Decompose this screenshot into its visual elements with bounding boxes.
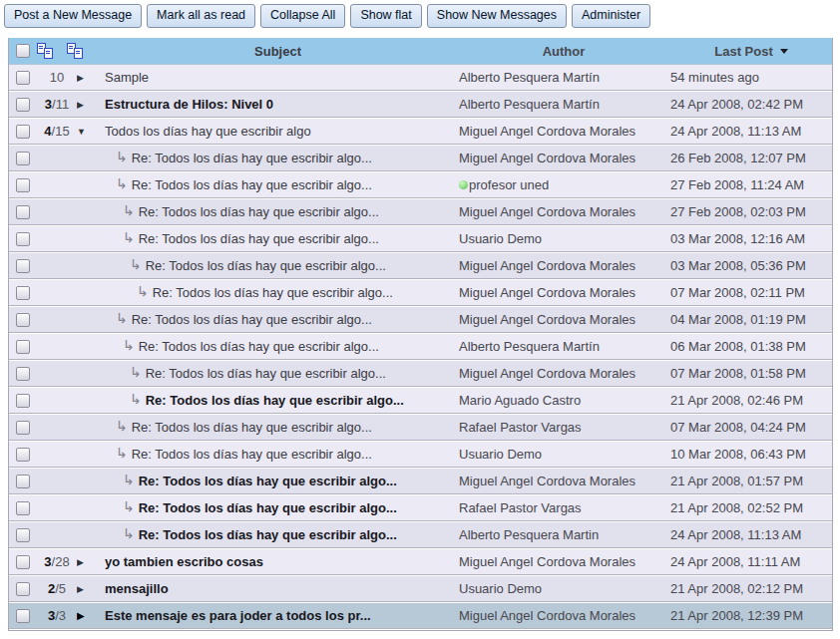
last-post-time: 07 Mar 2008, 02:11 PM xyxy=(668,285,832,300)
subject-link[interactable]: Estructura de Hilos: Nivel 0 xyxy=(105,97,273,112)
reply-arrow-icon: ↳ xyxy=(123,475,135,484)
show-flat-button[interactable]: Show flat xyxy=(350,4,421,28)
row-checkbox[interactable] xyxy=(16,71,30,85)
message-count: 3/11 xyxy=(37,97,77,112)
message-row: 10 ▶ Sample Alberto Pesquera Martín 54 m… xyxy=(9,65,832,91)
reply-arrow-icon: ↳ xyxy=(123,528,135,538)
subject-link[interactable]: Todos los días hay que escribir algo xyxy=(105,124,311,139)
row-checkbox[interactable] xyxy=(16,448,30,462)
last-post-time: 21 Apr 2008, 02:12 PM xyxy=(668,581,832,596)
row-checkbox[interactable] xyxy=(16,125,30,139)
thread-toggle-icon[interactable]: ▶ xyxy=(77,73,97,83)
subject-link[interactable]: Re: Todos los días hay que escribir algo… xyxy=(132,177,372,192)
administer-button[interactable]: Administer xyxy=(572,4,650,28)
last-post-time: 21 Apr 2008, 02:46 PM xyxy=(668,393,832,408)
row-checkbox[interactable] xyxy=(16,178,30,192)
thread-toggle-icon[interactable]: ▶ xyxy=(77,100,97,110)
subject-link[interactable]: Re: Todos los días hay que escribir algo… xyxy=(139,231,379,246)
reply-arrow-icon: ↳ xyxy=(123,232,135,242)
reply-arrow-icon: ↳ xyxy=(130,367,142,377)
row-checkbox[interactable] xyxy=(16,528,30,542)
reply-arrow-icon: ↳ xyxy=(116,178,128,188)
online-indicator-icon xyxy=(459,180,468,189)
messages-pages-icon-2[interactable] xyxy=(67,43,82,59)
last-post-time: 10 Mar 2008, 06:43 PM xyxy=(668,447,832,462)
author: Miguel Angel Cordova Morales xyxy=(459,124,635,139)
last-post-time: 54 minutes ago xyxy=(668,70,832,85)
show-new-messages-button[interactable]: Show New Messages xyxy=(427,4,567,28)
thread-toggle-icon[interactable]: ▶ xyxy=(77,584,97,594)
thread-toggle-icon[interactable]: ▶ xyxy=(77,557,97,567)
subject-link[interactable]: Re: Todos los días hay que escribir algo… xyxy=(132,151,372,165)
subject-link[interactable]: Re: Todos los días hay que escribir algo… xyxy=(139,204,379,219)
reply-arrow-icon: ↳ xyxy=(130,259,142,269)
subject-link[interactable]: Sample xyxy=(105,70,149,85)
subject-link[interactable]: Re: Todos los días hay que escribir algo… xyxy=(146,393,404,408)
author: Usuario Demo xyxy=(459,231,542,246)
last-post-time: 21 Apr 2008, 01:57 PM xyxy=(668,474,832,488)
row-checkbox[interactable] xyxy=(16,394,30,408)
last-post-time: 27 Feb 2008, 11:24 AM xyxy=(668,177,832,192)
message-row: ↳ Re: Todos los días hay que escribir al… xyxy=(9,146,832,171)
subject-link[interactable]: Re: Todos los días hay que escribir algo… xyxy=(146,366,386,381)
last-post-time: 27 Feb 2008, 02:03 PM xyxy=(668,204,832,219)
last-post-time: 24 Apr 2008, 11:13 AM xyxy=(668,527,832,542)
row-checkbox[interactable] xyxy=(16,152,30,165)
column-header-author[interactable]: Author xyxy=(459,44,668,59)
reply-arrow-icon: ↳ xyxy=(116,421,128,431)
author: Usuario Demo xyxy=(459,447,542,462)
subject-link[interactable]: mensajillo xyxy=(105,581,169,596)
message-count: 3/3 xyxy=(37,608,77,623)
mark-all-as-read-button[interactable]: Mark all as read xyxy=(147,4,255,28)
row-checkbox[interactable] xyxy=(16,582,30,596)
reply-arrow-icon: ↳ xyxy=(116,313,128,323)
subject-link[interactable]: Re: Todos los días hay que escribir algo… xyxy=(139,474,397,488)
row-checkbox[interactable] xyxy=(16,205,30,219)
author: Rafael Pastor Vargas xyxy=(459,420,582,435)
column-header-last-post[interactable]: Last Post xyxy=(668,44,832,59)
message-row: 4/15 ▼ Todos los días hay que escribir a… xyxy=(9,119,832,145)
post-a-new-message-button[interactable]: Post a New Message xyxy=(4,4,142,28)
thread-toggle-icon[interactable]: ▶ xyxy=(77,610,97,621)
subject-link[interactable]: Este mensaje es para joder a todos los p… xyxy=(105,608,371,623)
subject-link[interactable]: Re: Todos los días hay que escribir algo… xyxy=(153,285,393,300)
row-checkbox[interactable] xyxy=(16,555,30,569)
row-checkbox[interactable] xyxy=(16,609,30,623)
subject-link[interactable]: Re: Todos los días hay que escribir algo… xyxy=(139,339,379,354)
author: Miguel Angel Cordova Morales xyxy=(459,474,635,488)
column-header-subject[interactable]: Subject xyxy=(97,44,459,59)
select-all-checkbox[interactable] xyxy=(16,44,30,58)
thread-toggle-icon[interactable]: ▼ xyxy=(77,127,97,137)
message-row: ↳ Re: Todos los días hay que escribir al… xyxy=(9,495,832,521)
row-checkbox[interactable] xyxy=(16,340,30,354)
subject-link[interactable]: Re: Todos los días hay que escribir algo… xyxy=(132,420,372,435)
subject-link[interactable]: Re: Todos los días hay que escribir algo… xyxy=(139,527,397,542)
message-row: ↳ Re: Todos los días hay que escribir al… xyxy=(9,415,832,441)
messages-pages-icon-1[interactable] xyxy=(37,43,52,59)
subject-link[interactable]: Re: Todos los días hay que escribir algo… xyxy=(132,312,372,327)
row-checkbox[interactable] xyxy=(16,313,30,327)
row-checkbox[interactable] xyxy=(16,232,30,246)
row-checkbox[interactable] xyxy=(16,367,30,381)
subject-link[interactable]: Re: Todos los días hay que escribir algo… xyxy=(146,258,386,273)
message-count: 10 xyxy=(37,70,77,85)
subject-link[interactable]: Re: Todos los días hay que escribir algo… xyxy=(139,500,397,515)
message-count: 3/28 xyxy=(37,554,77,569)
collapse-all-button[interactable]: Collapse All xyxy=(260,4,345,28)
last-post-label: Last Post xyxy=(714,44,773,59)
last-post-time: 06 Mar 2008, 01:38 PM xyxy=(668,339,832,354)
last-post-time: 24 Apr 2008, 11:13 AM xyxy=(668,124,832,139)
message-count: 2/5 xyxy=(37,581,77,596)
row-checkbox[interactable] xyxy=(16,421,30,435)
message-row: 3/3 ▶ Este mensaje es para joder a todos… xyxy=(9,603,832,629)
row-checkbox[interactable] xyxy=(16,286,30,300)
row-checkbox[interactable] xyxy=(16,501,30,515)
row-checkbox[interactable] xyxy=(16,98,30,112)
reply-arrow-icon: ↳ xyxy=(123,205,135,215)
row-checkbox[interactable] xyxy=(16,259,30,273)
subject-link[interactable]: yo tambien escribo cosas xyxy=(105,554,263,569)
reply-arrow-icon: ↳ xyxy=(123,340,135,350)
subject-link[interactable]: Re: Todos los días hay que escribir algo… xyxy=(132,447,372,462)
row-checkbox[interactable] xyxy=(16,475,30,488)
message-row: ↳ Re: Todos los días hay que escribir al… xyxy=(9,522,832,548)
